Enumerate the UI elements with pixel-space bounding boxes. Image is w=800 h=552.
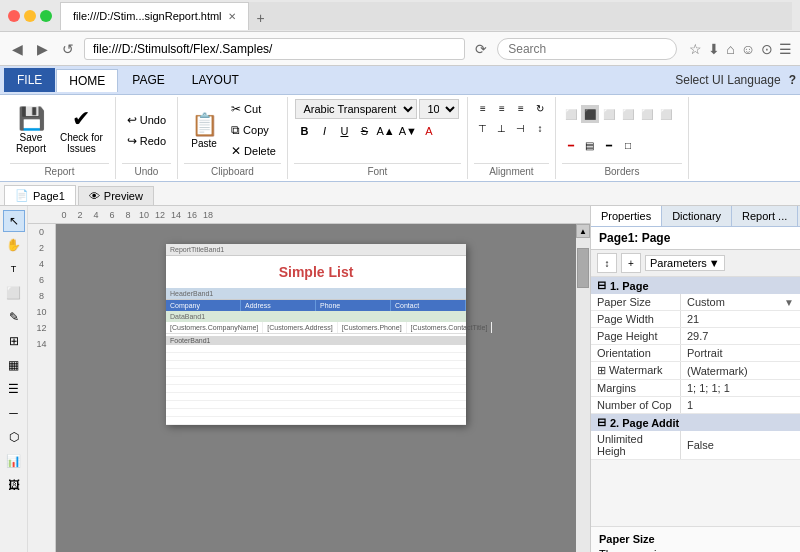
prop-page-height-value[interactable]: 29.7 [681,328,800,344]
text-tool[interactable]: T [3,258,25,280]
chart-tool[interactable]: 📊 [3,450,25,472]
doc-tab-page1[interactable]: 📄 Page1 [4,185,76,205]
prop-unlimited-height: Unlimited Heigh False [591,431,800,460]
direction-button[interactable]: ↕ [531,119,549,137]
align-left-button[interactable]: ≡ [474,99,492,117]
border-style-6[interactable]: ⬜ [657,105,675,123]
border-color-btn[interactable]: ━ [562,137,580,155]
paste-button[interactable]: 📋 Paste [184,108,224,153]
select-tool[interactable]: ↖ [3,210,25,232]
border-style-2[interactable]: ⬛ [581,105,599,123]
paper-size-dropdown-icon[interactable]: ▼ [784,297,794,308]
ruler-mark-2: 2 [72,210,88,220]
image-tool[interactable]: 🖼 [3,474,25,496]
align-right-button[interactable]: ≡ [512,99,530,117]
border-style-3[interactable]: ⬜ [600,105,618,123]
list-tool[interactable]: ☰ [3,378,25,400]
delete-button[interactable]: ✕ Delete [226,141,281,161]
undo-button[interactable]: ↩ Undo [122,110,171,130]
font-size-select[interactable]: 10 [419,99,459,119]
bold-button[interactable]: B [295,122,313,140]
home-icon[interactable]: ⌂ [726,41,734,57]
reload-button[interactable]: ⟳ [471,39,491,59]
scroll-up-button[interactable]: ▲ [576,224,590,238]
border-fill-btn[interactable]: ▤ [581,137,599,155]
bookmark-icon[interactable]: ☆ [689,41,702,57]
doc-tab-preview[interactable]: 👁 Preview [78,186,154,205]
section-1-expand[interactable]: ⊟ [597,279,606,292]
close-window-btn[interactable] [8,10,20,22]
section-2-expand[interactable]: ⊟ [597,416,606,429]
align-middle-button[interactable]: ⊥ [493,119,511,137]
tab-layout[interactable]: LAYOUT [179,68,252,92]
tab-file[interactable]: FILE [4,68,55,92]
tab-close-icon[interactable]: ✕ [228,11,236,22]
emoji-icon[interactable]: ☺ [741,41,755,57]
copy-button[interactable]: ⧉ Copy [226,120,281,140]
parameters-dropdown[interactable]: Parameters ▼ [645,255,725,271]
strikethrough-button[interactable]: S [355,122,373,140]
font-grow-button[interactable]: A▲ [375,122,395,140]
redo-button[interactable]: ↪ Redo [122,131,171,151]
italic-button[interactable]: I [315,122,333,140]
prop-paper-size-value[interactable]: Custom ▼ [681,294,800,310]
browser-tab[interactable]: file:///D:/Stim...signReport.html ✕ [60,2,249,30]
refresh-button[interactable]: ↺ [58,39,78,59]
sort-prop-button[interactable]: ↕ [597,253,617,273]
prop-unlimited-height-value[interactable]: False [681,431,800,459]
prop-watermark-value[interactable]: (Watermark) [681,362,800,379]
font-family-select[interactable]: Arabic Transparent [295,99,417,119]
tab-home[interactable]: HOME [56,69,118,92]
line-tool[interactable]: ─ [3,402,25,424]
shape-tool[interactable]: ⬡ [3,426,25,448]
search-input[interactable] [497,38,677,60]
scrollbar-thumb[interactable] [577,248,589,288]
align-bottom-button[interactable]: ⊣ [512,119,530,137]
border-none-btn[interactable]: □ [619,137,637,155]
download-icon[interactable]: ⬇ [708,41,720,57]
pocket-icon[interactable]: ⊙ [761,41,773,57]
browser-tab-bar: file:///D:/Stim...signReport.html ✕ + [60,2,792,30]
minimize-window-btn[interactable] [24,10,36,22]
save-report-button[interactable]: 💾 SaveReport [10,102,52,158]
maximize-window-btn[interactable] [40,10,52,22]
cut-button[interactable]: ✂ Cut [226,99,281,119]
align-center-button[interactable]: ≡ [493,99,511,117]
border-style-5[interactable]: ⬜ [638,105,656,123]
pencil-tool[interactable]: ✎ [3,306,25,328]
rotate-button[interactable]: ↻ [531,99,549,117]
watermark-expand-icon[interactable]: ⊞ [597,364,606,376]
border-style-1[interactable]: ⬜ [562,105,580,123]
report-group-label: Report [10,163,109,177]
grid-tool[interactable]: ⊞ [3,330,25,352]
forward-button[interactable]: ▶ [33,39,52,59]
table-tool[interactable]: ▦ [3,354,25,376]
tab-dictionary[interactable]: Dictionary [662,206,732,226]
prop-margins-value[interactable]: 1; 1; 1; 1 [681,380,800,396]
check-issues-button[interactable]: ✔ Check forIssues [54,102,109,158]
page-data-row: [Customers.CompanyName] [Customers.Addre… [166,322,466,334]
border-style-4[interactable]: ⬜ [619,105,637,123]
tab-report[interactable]: Report ... [732,206,798,226]
cut-icon: ✂ [231,102,241,116]
back-button[interactable]: ◀ [8,39,27,59]
expand-prop-button[interactable]: + [621,253,641,273]
ui-language-selector[interactable]: Select UI Language [675,73,780,87]
prop-orientation-value[interactable]: Portrait [681,345,800,361]
prop-num-copies-value[interactable]: 1 [681,397,800,413]
new-tab-button[interactable]: + [249,6,273,30]
font-color-button[interactable]: A [420,122,438,140]
rect-tool[interactable]: ⬜ [3,282,25,304]
property-description: Paper Size The page size. [591,526,800,552]
hand-tool[interactable]: ✋ [3,234,25,256]
help-button[interactable]: ? [789,73,796,87]
menu-icon[interactable]: ☰ [779,41,792,57]
prop-page-width-value[interactable]: 21 [681,311,800,327]
align-top-button[interactable]: ⊤ [474,119,492,137]
tab-page[interactable]: PAGE [119,68,177,92]
address-input[interactable] [84,38,465,60]
border-thick-btn[interactable]: ━ [600,137,618,155]
underline-button[interactable]: U [335,122,353,140]
tab-properties[interactable]: Properties [591,206,662,226]
font-shrink-button[interactable]: A▼ [398,122,418,140]
